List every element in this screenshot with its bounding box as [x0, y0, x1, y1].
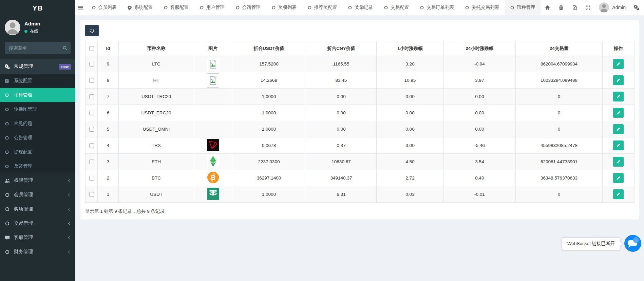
edit-button[interactable] — [613, 173, 624, 183]
pencil-icon — [616, 192, 621, 196]
circle-icon — [465, 5, 469, 10]
circle-icon — [5, 249, 14, 255]
sidebar-item-trade-management[interactable]: 交易管理 — [0, 216, 75, 230]
row-checkbox[interactable] — [89, 176, 94, 181]
sidebar-item-announcement-management[interactable]: 公告管理 — [0, 131, 75, 145]
cny-value: 349140.37 — [306, 170, 377, 186]
coin-image-cell: B — [194, 170, 232, 186]
row-checkbox[interactable] — [89, 160, 94, 164]
circle-icon — [5, 136, 14, 140]
column-header: 24交易量 — [516, 41, 603, 56]
change-1h: 4.50 — [377, 154, 444, 170]
circle-icon — [235, 5, 240, 10]
chat-fab-button[interactable] — [624, 235, 642, 252]
row-checkbox[interactable] — [89, 62, 94, 67]
edit-button[interactable] — [613, 124, 624, 134]
volume-24h: 0 — [516, 121, 603, 137]
sidebar-item-label: 常见问题 — [14, 120, 32, 127]
sidebar-item-general-management[interactable]: 常规管理new — [0, 59, 75, 74]
tab-member-list[interactable]: 会员列表 — [86, 0, 122, 15]
sidebar-item-faq[interactable]: 常见问题 — [0, 116, 75, 131]
row-checkbox[interactable] — [89, 192, 94, 197]
chevron-left-icon — [67, 193, 71, 197]
settings-button[interactable] — [630, 5, 643, 10]
volume-24h: 862004.67099934 — [516, 56, 603, 72]
edit-button[interactable] — [613, 157, 624, 167]
coin-id: 9 — [98, 56, 119, 72]
pencil-icon — [616, 160, 621, 164]
sidebar-toggle-button[interactable] — [75, 0, 86, 15]
coin-image-cell — [194, 154, 232, 170]
circle-icon — [5, 221, 14, 226]
row-select-cell — [86, 154, 98, 170]
sidebar-item-permission-management[interactable]: 权限管理 — [0, 173, 75, 188]
row-checkbox[interactable] — [89, 127, 94, 132]
circle-icon — [5, 107, 14, 112]
usdt-value: 1.0000 — [232, 105, 306, 121]
trx-coin-icon — [207, 139, 219, 151]
trash-button[interactable] — [554, 5, 568, 10]
tab-trade-config[interactable]: 交易配置 — [378, 0, 414, 15]
sidebar-item-system-config[interactable]: 系统配置 — [0, 74, 75, 88]
circle-icon — [307, 5, 312, 10]
edit-button[interactable] — [613, 59, 624, 69]
edit-button[interactable] — [613, 189, 624, 199]
sidebar-item-withdrawal-config[interactable]: 提现配置 — [0, 145, 75, 159]
table-row-ETH: 3ETH2237.030010630.674.503.54620061.4473… — [86, 154, 634, 170]
change-24h: 0.00 — [444, 121, 516, 137]
table-row-USDT_TRC20: 7USDT_TRC201.00000.000.000.000 — [86, 89, 634, 105]
table-row-USDT_ERC20: 6USDT_ERC201.00000.000.000.000 — [86, 105, 634, 121]
coin-image-cell — [194, 72, 232, 89]
document-icon: A — [572, 5, 577, 10]
row-checkbox[interactable] — [89, 94, 94, 99]
sidebar-item-member-management[interactable]: 会员管理 — [0, 188, 75, 202]
tab-system-config[interactable]: 系统配置 — [122, 0, 158, 15]
change-1h: 3.00 — [377, 137, 444, 154]
coin-name: BTC — [119, 170, 194, 186]
content: Id币种名称图片折合USDT价值折合CNY价值1小时涨跌幅24小时涨跌幅24交易… — [75, 15, 644, 281]
tab-customer-service-config[interactable]: 客服配置 — [158, 0, 194, 15]
edit-button[interactable] — [613, 92, 624, 101]
sidebar-item-label: 财务管理 — [14, 249, 33, 255]
circle-icon — [510, 5, 514, 10]
edit-button[interactable] — [613, 140, 624, 150]
refresh-button[interactable] — [85, 25, 99, 36]
edit-button[interactable] — [613, 75, 624, 85]
document-button[interactable]: A — [568, 5, 581, 10]
sidebar-item-carousel-management[interactable]: 轮播图管理 — [0, 102, 75, 116]
tab-award-list[interactable]: 奖项列表 — [266, 0, 302, 15]
admin-menu[interactable]: Admin — [595, 2, 630, 13]
table-row-USDT: 1USDT1.00006.310.03-0.010 — [86, 186, 634, 203]
search-icon[interactable] — [62, 45, 68, 51]
tab-referral-reward-config[interactable]: 推荐奖配置 — [302, 0, 343, 15]
fullscreen-button[interactable] — [581, 5, 595, 10]
row-checkbox[interactable] — [89, 111, 94, 115]
broken-image-icon — [207, 73, 219, 88]
sidebar-item-finance-management[interactable]: 财务管理 — [0, 245, 75, 259]
navbar-right: AAdmin — [541, 0, 644, 15]
circle-icon — [271, 5, 276, 10]
chevron-left-icon — [67, 207, 71, 211]
usdt-value: 157.5200 — [232, 56, 306, 72]
select-all-checkbox[interactable] — [89, 46, 94, 51]
tab-reward-records[interactable]: 奖励记录 — [342, 0, 378, 15]
tab-coin-management[interactable]: 币种管理 — [505, 0, 541, 15]
circle-icon — [5, 192, 14, 198]
sidebar-item-coin-management[interactable]: 币种管理 — [0, 88, 75, 102]
edit-button[interactable] — [613, 108, 624, 118]
cny-value: 0.00 — [306, 105, 377, 121]
tab-session-management[interactable]: 会话管理 — [230, 0, 266, 15]
coin-name: USDT_ERC20 — [119, 105, 194, 121]
tab-user-management[interactable]: 用户管理 — [194, 0, 230, 15]
sidebar-item-customer-service-management[interactable]: 客服管理 — [0, 230, 75, 245]
home-button[interactable] — [541, 5, 554, 10]
tab-entrust-trade-list[interactable]: 委托交易列表 — [459, 0, 505, 15]
sidebar-item-feedback-management[interactable]: 反馈管理 — [0, 159, 75, 173]
row-checkbox[interactable] — [89, 78, 94, 83]
sidebar-item-label: 会员管理 — [14, 192, 33, 198]
row-checkbox[interactable] — [89, 143, 94, 148]
tab-trade-order-list[interactable]: 交易订单列表 — [414, 0, 459, 15]
sidebar-item-award-management[interactable]: 奖项管理 — [0, 202, 75, 216]
search-input[interactable] — [5, 42, 71, 54]
tab-label: 客服配置 — [170, 4, 189, 11]
